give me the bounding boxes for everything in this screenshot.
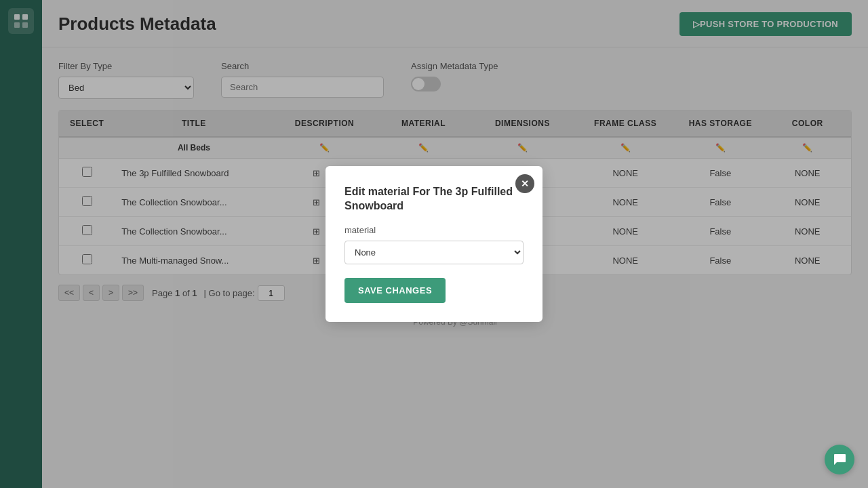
- edit-material-modal: ✕ Edit material For The 3p Fulfilled Sno…: [326, 166, 542, 323]
- modal-close-button[interactable]: ✕: [515, 174, 534, 193]
- modal-material-label: material: [344, 225, 524, 235]
- save-changes-button[interactable]: SAVE CHANGES: [344, 278, 446, 303]
- modal-overlay[interactable]: ✕ Edit material For The 3p Fulfilled Sno…: [0, 0, 868, 488]
- modal-title: Edit material For The 3p Fulfilled Snowb…: [344, 185, 524, 214]
- chat-bubble-button[interactable]: [825, 445, 854, 474]
- modal-material-select[interactable]: None Wood Metal Fabric: [344, 241, 524, 264]
